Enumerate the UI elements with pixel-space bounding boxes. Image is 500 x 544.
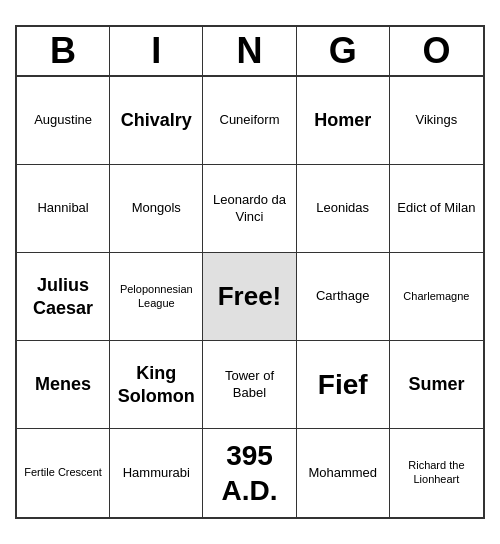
bingo-cell: Menes (17, 341, 110, 429)
bingo-cell: Hannibal (17, 165, 110, 253)
bingo-cell: Tower of Babel (203, 341, 296, 429)
bingo-cell: Mongols (110, 165, 203, 253)
bingo-cell: Sumer (390, 341, 483, 429)
bingo-cell: Charlemagne (390, 253, 483, 341)
bingo-cell: Fertile Crescent (17, 429, 110, 517)
header-letter: B (17, 27, 110, 75)
bingo-cell: Fief (297, 341, 390, 429)
bingo-cell: Julius Caesar (17, 253, 110, 341)
bingo-cell: Vikings (390, 77, 483, 165)
bingo-cell: Chivalry (110, 77, 203, 165)
bingo-cell: Cuneiform (203, 77, 296, 165)
bingo-cell: Leonardo da Vinci (203, 165, 296, 253)
bingo-cell: Richard the Lionheart (390, 429, 483, 517)
bingo-cell: Homer (297, 77, 390, 165)
bingo-card: BINGO AugustineChivalryCuneiformHomerVik… (15, 25, 485, 519)
header-letter: G (297, 27, 390, 75)
header-letter: I (110, 27, 203, 75)
bingo-cell: Peloponnesian League (110, 253, 203, 341)
bingo-header: BINGO (17, 27, 483, 77)
bingo-cell: Leonidas (297, 165, 390, 253)
bingo-cell: Free! (203, 253, 296, 341)
bingo-cell: 395 A.D. (203, 429, 296, 517)
header-letter: O (390, 27, 483, 75)
bingo-cell: Edict of Milan (390, 165, 483, 253)
bingo-grid: AugustineChivalryCuneiformHomerVikingsHa… (17, 77, 483, 517)
bingo-cell: Carthage (297, 253, 390, 341)
bingo-cell: Augustine (17, 77, 110, 165)
bingo-cell: King Solomon (110, 341, 203, 429)
header-letter: N (203, 27, 296, 75)
bingo-cell: Mohammed (297, 429, 390, 517)
bingo-cell: Hammurabi (110, 429, 203, 517)
